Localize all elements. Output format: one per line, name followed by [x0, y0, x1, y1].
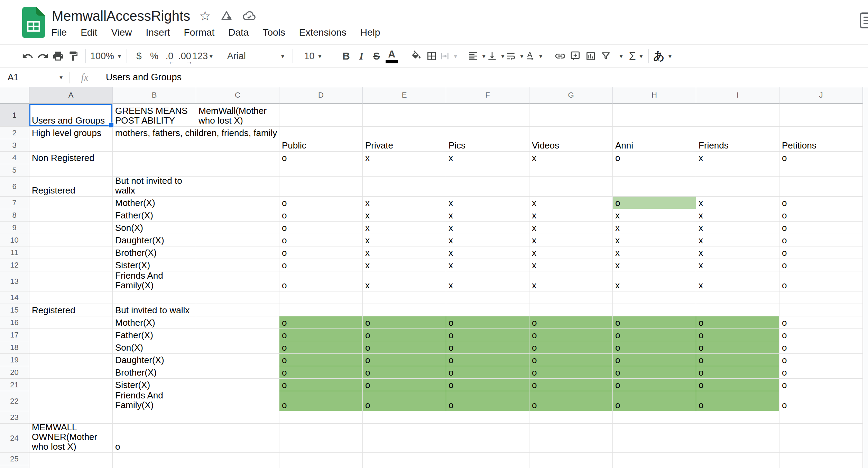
cell-F18[interactable]: o — [446, 341, 529, 354]
cell-I16[interactable]: o — [696, 316, 779, 329]
cell-D3[interactable]: Public — [279, 139, 363, 152]
cell-B18[interactable]: Son(X) — [113, 341, 196, 354]
input-tools-select[interactable]: あ▼ — [653, 46, 673, 66]
row-header-1[interactable]: 1 — [0, 104, 29, 127]
cell-J25[interactable] — [779, 453, 863, 465]
cell-H4[interactable]: o — [613, 152, 696, 164]
row-header-21[interactable]: 21 — [0, 379, 29, 391]
cell-I18[interactable]: o — [696, 341, 779, 354]
cell-D5[interactable] — [279, 164, 363, 177]
cell-G2[interactable] — [529, 127, 613, 139]
cell-D13[interactable]: o — [279, 271, 363, 291]
cell-B22[interactable]: Friends AndFamily(X) — [113, 391, 196, 411]
cell-J12[interactable]: o — [779, 259, 863, 271]
cell-E7[interactable]: x — [363, 197, 446, 209]
cell-F13[interactable]: x — [446, 271, 529, 291]
menu-help[interactable]: Help — [360, 27, 380, 38]
cell-I20[interactable]: o — [696, 366, 779, 379]
cell-A11[interactable] — [29, 246, 113, 259]
cell-B9[interactable]: Son(X) — [113, 222, 196, 234]
cell-G13[interactable]: x — [529, 271, 613, 291]
cell-E17[interactable]: o — [363, 329, 446, 341]
cell-D17[interactable]: o — [279, 329, 363, 341]
name-box[interactable]: A1▼ — [0, 72, 69, 83]
cell-E8[interactable]: x — [363, 209, 446, 222]
cell-A10[interactable] — [29, 234, 113, 246]
cell-J16[interactable]: o — [779, 316, 863, 329]
cell-E19[interactable]: o — [363, 354, 446, 366]
cell-C8[interactable] — [196, 209, 279, 222]
cell-D14[interactable] — [279, 291, 363, 304]
move-to-drive-icon[interactable] — [220, 9, 233, 22]
strikethrough-button[interactable]: S — [369, 46, 384, 66]
cell-E16[interactable]: o — [363, 316, 446, 329]
cell-I10[interactable]: x — [696, 234, 779, 246]
cell-G18[interactable]: o — [529, 341, 613, 354]
cell-H21[interactable]: o — [613, 379, 696, 391]
cell-J18[interactable]: o — [779, 341, 863, 354]
cell-E1[interactable] — [363, 104, 446, 127]
row-header-6[interactable]: 6 — [0, 177, 29, 197]
cell-E10[interactable]: x — [363, 234, 446, 246]
cell-D4[interactable]: o — [279, 152, 363, 164]
cell-A21[interactable] — [29, 379, 113, 391]
cell-J26[interactable] — [779, 465, 863, 468]
cell-G7[interactable]: x — [529, 197, 613, 209]
cell-J11[interactable]: o — [779, 246, 863, 259]
cell-E22[interactable]: o — [363, 391, 446, 411]
cell-C1[interactable]: MemWall(Motherwho lost X) — [196, 104, 279, 127]
row-header-18[interactable]: 18 — [0, 341, 29, 354]
bold-button[interactable]: B — [339, 46, 354, 66]
cell-A15[interactable]: Registered — [29, 304, 113, 316]
cell-J7[interactable]: o — [779, 197, 863, 209]
cell-B23[interactable] — [113, 411, 196, 424]
cell-H20[interactable]: o — [613, 366, 696, 379]
cell-F6[interactable] — [446, 177, 529, 197]
cell-F14[interactable] — [446, 291, 529, 304]
cell-H14[interactable] — [613, 291, 696, 304]
cell-F5[interactable] — [446, 164, 529, 177]
column-header-J[interactable]: J — [779, 87, 863, 104]
cell-H9[interactable]: x — [613, 222, 696, 234]
cell-H5[interactable] — [613, 164, 696, 177]
filter-views-caret[interactable]: ▼ — [613, 46, 629, 66]
cell-D20[interactable]: o — [279, 366, 363, 379]
cell-B3[interactable] — [113, 139, 196, 152]
cell-B7[interactable]: Mother(X) — [113, 197, 196, 209]
cell-I12[interactable]: x — [696, 259, 779, 271]
functions-select[interactable]: Σ▼ — [629, 46, 644, 66]
row-header-13[interactable]: 13 — [0, 271, 29, 291]
cell-J1[interactable] — [779, 104, 863, 127]
cell-C10[interactable] — [196, 234, 279, 246]
cell-D2[interactable] — [279, 127, 363, 139]
cell-J21[interactable]: o — [779, 379, 863, 391]
cell-J23[interactable] — [779, 411, 863, 424]
cell-A17[interactable] — [29, 329, 113, 341]
cell-F17[interactable]: o — [446, 329, 529, 341]
cell-A13[interactable] — [29, 271, 113, 291]
cell-B6[interactable]: But not invited towallx — [113, 177, 196, 197]
cell-E2[interactable] — [363, 127, 446, 139]
cell-A12[interactable] — [29, 259, 113, 271]
cell-C23[interactable] — [196, 411, 279, 424]
cell-I4[interactable]: x — [696, 152, 779, 164]
cell-H18[interactable]: o — [613, 341, 696, 354]
italic-button[interactable]: I — [354, 46, 369, 66]
cell-E5[interactable] — [363, 164, 446, 177]
cell-G19[interactable]: o — [529, 354, 613, 366]
row-header-12[interactable]: 12 — [0, 259, 29, 271]
cell-C7[interactable] — [196, 197, 279, 209]
column-header-D[interactable]: D — [279, 87, 363, 104]
cell-F8[interactable]: x — [446, 209, 529, 222]
cell-J9[interactable]: o — [779, 222, 863, 234]
cell-A8[interactable] — [29, 209, 113, 222]
cell-B16[interactable]: Mother(X) — [113, 316, 196, 329]
cloud-saved-icon[interactable] — [242, 9, 257, 23]
vertical-align-select[interactable]: ▼ — [487, 46, 506, 66]
text-color-button[interactable]: A — [384, 46, 399, 66]
cell-C3[interactable] — [196, 139, 279, 152]
cell-F25[interactable] — [446, 453, 529, 465]
cell-B24[interactable]: o — [113, 424, 196, 453]
text-rotation-select[interactable]: ▼ — [524, 46, 543, 66]
cell-H13[interactable]: x — [613, 271, 696, 291]
